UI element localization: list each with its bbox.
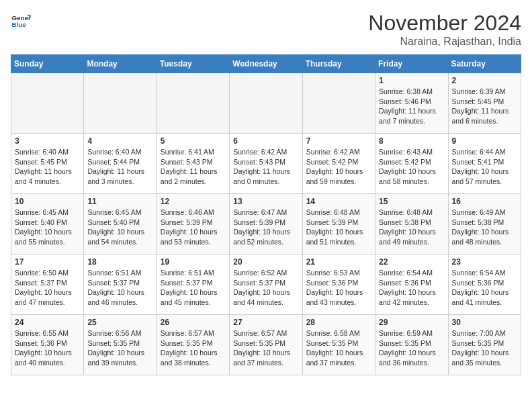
calendar-cell: 1Sunrise: 6:38 AM Sunset: 5:46 PM Daylig… — [375, 73, 448, 134]
day-of-week-header: Sunday — [11, 55, 84, 73]
logo: General Blue — [11, 11, 31, 31]
calendar-week-row: 1Sunrise: 6:38 AM Sunset: 5:46 PM Daylig… — [11, 73, 521, 134]
day-info: Sunrise: 6:45 AM Sunset: 5:40 PM Dayligh… — [15, 208, 80, 247]
day-number: 20 — [233, 257, 298, 267]
day-number: 15 — [379, 197, 444, 206]
day-number: 18 — [87, 257, 152, 267]
calendar-cell: 4Sunrise: 6:40 AM Sunset: 5:44 PM Daylig… — [84, 134, 157, 194]
calendar-cell: 6Sunrise: 6:42 AM Sunset: 5:43 PM Daylig… — [230, 134, 302, 194]
calendar-cell: 7Sunrise: 6:42 AM Sunset: 5:42 PM Daylig… — [302, 134, 375, 194]
day-info: Sunrise: 6:40 AM Sunset: 5:45 PM Dayligh… — [15, 147, 80, 187]
day-of-week-header: Saturday — [448, 55, 521, 73]
day-number: 2 — [452, 76, 517, 85]
calendar-header-row: SundayMondayTuesdayWednesdayThursdayFrid… — [11, 55, 521, 73]
day-info: Sunrise: 7:00 AM Sunset: 5:35 PM Dayligh… — [452, 328, 517, 368]
calendar-cell: 22Sunrise: 6:54 AM Sunset: 5:36 PM Dayli… — [375, 255, 448, 315]
day-number: 17 — [15, 257, 80, 267]
day-number: 14 — [306, 197, 371, 206]
day-of-week-header: Tuesday — [157, 55, 229, 73]
day-info: Sunrise: 6:54 AM Sunset: 5:36 PM Dayligh… — [452, 268, 517, 308]
day-number: 23 — [452, 257, 517, 267]
day-info: Sunrise: 6:49 AM Sunset: 5:38 PM Dayligh… — [452, 208, 517, 247]
calendar-cell: 10Sunrise: 6:45 AM Sunset: 5:40 PM Dayli… — [11, 194, 84, 255]
calendar-cell: 21Sunrise: 6:53 AM Sunset: 5:36 PM Dayli… — [302, 255, 375, 315]
calendar-week-row: 10Sunrise: 6:45 AM Sunset: 5:40 PM Dayli… — [11, 194, 521, 255]
day-info: Sunrise: 6:46 AM Sunset: 5:39 PM Dayligh… — [161, 208, 226, 247]
title-block: November 2024 Naraina, Rajasthan, India — [368, 11, 521, 48]
day-info: Sunrise: 6:39 AM Sunset: 5:45 PM Dayligh… — [452, 87, 517, 126]
calendar-cell — [11, 73, 84, 134]
calendar-cell: 5Sunrise: 6:41 AM Sunset: 5:43 PM Daylig… — [157, 134, 229, 194]
calendar-cell: 29Sunrise: 6:59 AM Sunset: 5:35 PM Dayli… — [375, 315, 448, 375]
calendar-cell: 27Sunrise: 6:57 AM Sunset: 5:35 PM Dayli… — [230, 315, 302, 375]
day-info: Sunrise: 6:42 AM Sunset: 5:43 PM Dayligh… — [233, 147, 298, 187]
calendar-table: SundayMondayTuesdayWednesdayThursdayFrid… — [11, 54, 521, 375]
day-number: 25 — [87, 318, 152, 327]
calendar-cell — [302, 73, 375, 134]
day-number: 7 — [306, 136, 371, 146]
day-number: 4 — [87, 136, 152, 146]
day-number: 16 — [452, 197, 517, 206]
day-of-week-header: Monday — [84, 55, 157, 73]
day-number: 8 — [379, 136, 444, 146]
day-info: Sunrise: 6:50 AM Sunset: 5:37 PM Dayligh… — [15, 268, 80, 308]
day-number: 29 — [379, 318, 444, 327]
calendar-cell — [84, 73, 157, 134]
calendar-week-row: 24Sunrise: 6:55 AM Sunset: 5:36 PM Dayli… — [11, 315, 521, 375]
calendar-cell: 3Sunrise: 6:40 AM Sunset: 5:45 PM Daylig… — [11, 134, 84, 194]
calendar-cell: 20Sunrise: 6:52 AM Sunset: 5:37 PM Dayli… — [230, 255, 302, 315]
calendar-cell: 2Sunrise: 6:39 AM Sunset: 5:45 PM Daylig… — [448, 73, 521, 134]
calendar-cell: 26Sunrise: 6:57 AM Sunset: 5:35 PM Dayli… — [157, 315, 229, 375]
day-info: Sunrise: 6:42 AM Sunset: 5:42 PM Dayligh… — [306, 147, 371, 187]
day-number: 9 — [452, 136, 517, 146]
day-of-week-header: Thursday — [302, 55, 375, 73]
calendar-cell: 8Sunrise: 6:43 AM Sunset: 5:42 PM Daylig… — [375, 134, 448, 194]
day-info: Sunrise: 6:38 AM Sunset: 5:46 PM Dayligh… — [379, 87, 444, 126]
day-number: 1 — [379, 76, 444, 85]
calendar-week-row: 3Sunrise: 6:40 AM Sunset: 5:45 PM Daylig… — [11, 134, 521, 194]
calendar-cell: 25Sunrise: 6:56 AM Sunset: 5:35 PM Dayli… — [84, 315, 157, 375]
svg-text:Blue: Blue — [12, 21, 27, 28]
day-info: Sunrise: 6:51 AM Sunset: 5:37 PM Dayligh… — [87, 268, 152, 308]
calendar-cell: 23Sunrise: 6:54 AM Sunset: 5:36 PM Dayli… — [448, 255, 521, 315]
calendar-cell: 18Sunrise: 6:51 AM Sunset: 5:37 PM Dayli… — [84, 255, 157, 315]
day-of-week-header: Wednesday — [230, 55, 302, 73]
day-info: Sunrise: 6:58 AM Sunset: 5:35 PM Dayligh… — [306, 328, 371, 368]
calendar-cell — [157, 73, 229, 134]
day-info: Sunrise: 6:54 AM Sunset: 5:36 PM Dayligh… — [379, 268, 444, 308]
calendar-cell: 17Sunrise: 6:50 AM Sunset: 5:37 PM Dayli… — [11, 255, 84, 315]
day-number: 13 — [233, 197, 298, 206]
day-number: 3 — [15, 136, 80, 146]
day-info: Sunrise: 6:59 AM Sunset: 5:35 PM Dayligh… — [379, 328, 444, 368]
day-info: Sunrise: 6:47 AM Sunset: 5:39 PM Dayligh… — [233, 208, 298, 247]
calendar-cell: 11Sunrise: 6:45 AM Sunset: 5:40 PM Dayli… — [84, 194, 157, 255]
day-number: 28 — [306, 318, 371, 327]
day-number: 5 — [161, 136, 226, 146]
day-info: Sunrise: 6:44 AM Sunset: 5:41 PM Dayligh… — [452, 147, 517, 187]
day-info: Sunrise: 6:48 AM Sunset: 5:39 PM Dayligh… — [306, 208, 371, 247]
day-info: Sunrise: 6:48 AM Sunset: 5:38 PM Dayligh… — [379, 208, 444, 247]
day-of-week-header: Friday — [375, 55, 448, 73]
day-number: 27 — [233, 318, 298, 327]
calendar-cell: 9Sunrise: 6:44 AM Sunset: 5:41 PM Daylig… — [448, 134, 521, 194]
calendar-cell: 24Sunrise: 6:55 AM Sunset: 5:36 PM Dayli… — [11, 315, 84, 375]
calendar-week-row: 17Sunrise: 6:50 AM Sunset: 5:37 PM Dayli… — [11, 255, 521, 315]
location-subtitle: Naraina, Rajasthan, India — [368, 36, 521, 48]
day-info: Sunrise: 6:57 AM Sunset: 5:35 PM Dayligh… — [233, 328, 298, 368]
day-number: 21 — [306, 257, 371, 267]
day-info: Sunrise: 6:55 AM Sunset: 5:36 PM Dayligh… — [15, 328, 80, 368]
calendar-cell: 13Sunrise: 6:47 AM Sunset: 5:39 PM Dayli… — [230, 194, 302, 255]
day-number: 11 — [87, 197, 152, 206]
day-number: 12 — [161, 197, 226, 206]
calendar-cell: 19Sunrise: 6:51 AM Sunset: 5:37 PM Dayli… — [157, 255, 229, 315]
calendar-cell: 16Sunrise: 6:49 AM Sunset: 5:38 PM Dayli… — [448, 194, 521, 255]
calendar-cell: 12Sunrise: 6:46 AM Sunset: 5:39 PM Dayli… — [157, 194, 229, 255]
month-title: November 2024 — [368, 11, 521, 36]
day-info: Sunrise: 6:45 AM Sunset: 5:40 PM Dayligh… — [87, 208, 152, 247]
calendar-cell: 15Sunrise: 6:48 AM Sunset: 5:38 PM Dayli… — [375, 194, 448, 255]
day-number: 6 — [233, 136, 298, 146]
calendar-cell: 30Sunrise: 7:00 AM Sunset: 5:35 PM Dayli… — [448, 315, 521, 375]
day-info: Sunrise: 6:57 AM Sunset: 5:35 PM Dayligh… — [161, 328, 226, 368]
calendar-cell — [230, 73, 302, 134]
calendar-cell: 14Sunrise: 6:48 AM Sunset: 5:39 PM Dayli… — [302, 194, 375, 255]
